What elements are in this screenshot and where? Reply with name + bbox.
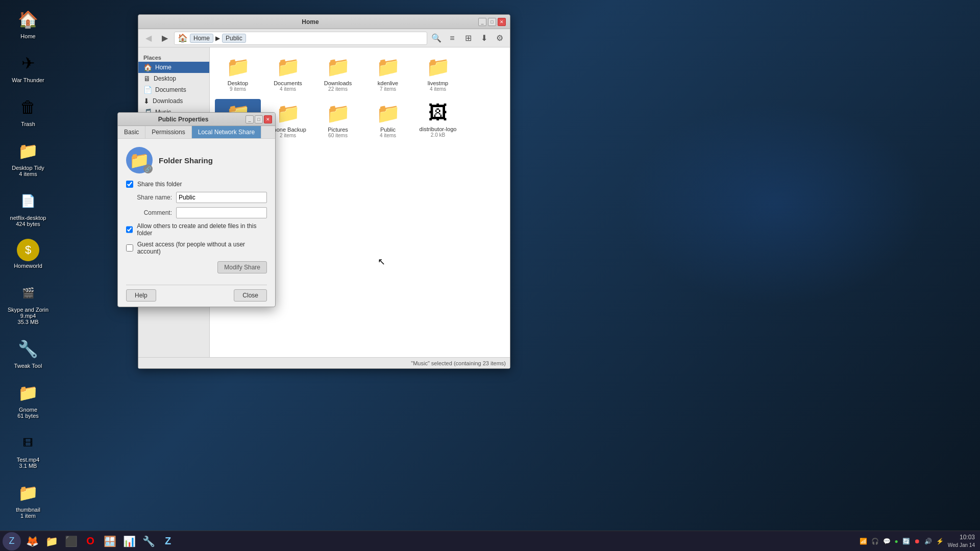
toolbar-right: 🔍 ≡ ⊞ ⬇ ⚙	[429, 31, 507, 45]
close-button[interactable]: ✕	[498, 18, 506, 26]
desktop-icon-home[interactable]: 🏠 Home	[5, 5, 51, 41]
breadcrumb-home[interactable]: Home	[190, 34, 213, 43]
guest-access-label: Guest access (for people without a user …	[137, 241, 267, 255]
tab-basic[interactable]: Basic	[118, 126, 145, 138]
distributor-logo-count: 2.0 kB	[431, 132, 445, 138]
dialog-close-button[interactable]: ✕	[264, 115, 272, 123]
taskbar-opera[interactable]: O	[82, 533, 99, 550]
thumbnail-icon: 📁	[16, 481, 40, 505]
skype-label: Skype and Zorin 9.mp435.3 MB	[7, 307, 49, 325]
skype-icon: 🎬	[16, 281, 40, 305]
downloads-sidebar-icon: ⬇	[143, 97, 150, 105]
desktop-icon-homeworld[interactable]: $ Homeworld	[5, 237, 51, 271]
netflix-label: netflix-desktop424 bytes	[10, 215, 46, 227]
desktop-icons-container: 🏠 Home ✈ War Thunder 🗑 Trash 📁 Desktop T…	[5, 5, 51, 551]
close-dialog-button[interactable]: Close	[234, 289, 267, 302]
dialog-tb-controls: _ □ ✕	[246, 115, 272, 123]
file-item-pictures[interactable]: 📁 Pictures 60 items	[315, 99, 361, 141]
breadcrumb-public[interactable]: Public	[222, 34, 246, 43]
file-item-livestmp[interactable]: 📁 livestmp 4 items	[415, 53, 461, 95]
list-view-button[interactable]: ≡	[445, 31, 459, 45]
modify-share-row: Modify Share	[126, 261, 267, 278]
desktop-icon-desktop-tidy[interactable]: 📁 Desktop Tidy4 items	[5, 137, 51, 179]
taskbar-terminal[interactable]: ⬛	[62, 533, 80, 550]
tab-permissions[interactable]: Permissions	[145, 126, 191, 138]
sidebar-item-desktop[interactable]: 🖥 Desktop	[138, 73, 209, 84]
file-item-downloads[interactable]: 📁 Downloads 22 items	[315, 53, 361, 95]
desktop-icon-thumbnail[interactable]: 📁 thumbnail1 item	[5, 479, 51, 521]
taskbar-firefox[interactable]: 🦊	[23, 533, 41, 550]
desktop-icon-test-mp4[interactable]: 🎞 Test.mp43.1 MB	[5, 429, 51, 471]
file-item-distributor-logo[interactable]: 🖼 distributor-logo 2.0 kB	[415, 99, 461, 141]
livestmp-file-count: 4 items	[430, 86, 446, 92]
desktop-file-label: Desktop	[228, 80, 248, 86]
homeworld-icon: $	[17, 239, 39, 261]
download-button[interactable]: ⬇	[477, 31, 491, 45]
desktop-icon-skype[interactable]: 🎬 Skype and Zorin 9.mp435.3 MB	[5, 279, 51, 327]
taskbar-app6[interactable]: 🔧	[140, 533, 157, 550]
phone-backup-folder-icon: 📁	[276, 102, 300, 124]
dialog-titlebar: Public Properties _ □ ✕	[118, 113, 275, 126]
trash-icon: 🗑	[16, 95, 40, 119]
start-button[interactable]: Z	[3, 532, 21, 550]
taskbar-monitor[interactable]: 📊	[120, 533, 138, 550]
home-sidebar-icon: 🏠	[143, 63, 152, 71]
downloads-file-count: 22 items	[328, 86, 348, 92]
phone-backup-file-count: 2 items	[280, 133, 296, 138]
comment-row: Comment:	[126, 207, 267, 218]
sidebar-item-documents[interactable]: 📄 Documents	[138, 84, 209, 95]
dialog-minimize-button[interactable]: _	[246, 115, 254, 123]
file-item-documents[interactable]: 📁 Documents 4 items	[265, 53, 311, 95]
dialog-maximize-button[interactable]: □	[255, 115, 263, 123]
tab-local-network-share[interactable]: Local Network Share	[192, 126, 261, 138]
file-item-kdenlive[interactable]: 📁 kdenlive 7 items	[365, 53, 411, 95]
taskbar-win[interactable]: 🪟	[101, 533, 118, 550]
taskbar-clock: 10:03 Wed Jan 14	[948, 534, 975, 548]
share-name-input[interactable]	[176, 192, 267, 203]
share-name-label: Share name:	[126, 194, 172, 201]
file-manager-titlebar: Home _ □ ✕	[138, 15, 510, 29]
comment-input[interactable]	[176, 207, 267, 218]
taskbar-zorin[interactable]: Z	[159, 533, 177, 550]
homeworld-label: Homeworld	[14, 263, 42, 269]
titlebar-controls: _ □ ✕	[478, 18, 506, 26]
taskbar-network-icon: 📶	[860, 538, 867, 545]
modify-share-button[interactable]: Modify Share	[217, 261, 267, 273]
grid-view-button[interactable]: ⊞	[461, 31, 475, 45]
maximize-button[interactable]: □	[488, 18, 496, 26]
desktop-icon-tweak[interactable]: 🔧 Tweak Tool	[5, 335, 51, 371]
forward-button[interactable]: ▶	[158, 31, 172, 45]
guest-access-row: Guest access (for people without a user …	[126, 241, 267, 255]
desktop-icon-war-thunder[interactable]: ✈ War Thunder	[5, 49, 51, 85]
file-item-desktop[interactable]: 📁 Desktop 9 items	[215, 53, 261, 95]
tweak-icon: 🔧	[16, 337, 40, 361]
guest-access-checkbox[interactable]	[126, 244, 133, 252]
address-bar: 🏠 Home ▶ Public	[174, 32, 427, 45]
desktop-icon-trash[interactable]: 🗑 Trash	[5, 93, 51, 129]
sidebar-item-home[interactable]: 🏠 Home	[138, 62, 209, 73]
search-button[interactable]: 🔍	[429, 31, 444, 45]
taskbar-right: 📶 🎧 💬 ● 🔄 ⏺ 🔊 ⚡ 10:03 Wed Jan 14	[860, 534, 977, 548]
desktop-tidy-icon: 📁	[16, 139, 40, 163]
desktop-icon-netflix[interactable]: 📄 netflix-desktop424 bytes	[5, 187, 51, 229]
home-icon: 🏠	[16, 7, 40, 32]
back-button[interactable]: ◀	[141, 31, 156, 45]
properties-dialog: Public Properties _ □ ✕ Basic Permission…	[117, 112, 276, 307]
taskbar: Z 🦊 📁 ⬛ O 🪟 📊 🔧 Z 📶 🎧 💬 ● 🔄 ⏺ 🔊 ⚡ 10:03 …	[0, 531, 980, 551]
file-item-public[interactable]: 📁 Public 4 items	[365, 99, 411, 141]
share-folder-checkbox[interactable]	[126, 181, 133, 188]
share-name-row: Share name:	[126, 192, 267, 203]
minimize-button[interactable]: _	[478, 18, 486, 26]
allow-others-checkbox[interactable]	[126, 226, 133, 233]
sidebar-item-downloads[interactable]: ⬇ Downloads	[138, 95, 209, 107]
settings-button[interactable]: ⚙	[493, 31, 507, 45]
allow-others-row: Allow others to create and delete files …	[126, 222, 267, 237]
dialog-title: Public Properties	[121, 116, 246, 123]
pictures-file-count: 60 items	[328, 133, 348, 138]
taskbar-vpn-icon: 🔄	[902, 538, 910, 545]
sidebar-places-label: Places	[138, 53, 209, 62]
trash-label: Trash	[21, 121, 35, 127]
desktop-icon-gnome[interactable]: 📁 Gnome61 bytes	[5, 379, 51, 421]
help-button[interactable]: Help	[126, 289, 156, 302]
taskbar-files[interactable]: 📁	[43, 533, 60, 550]
